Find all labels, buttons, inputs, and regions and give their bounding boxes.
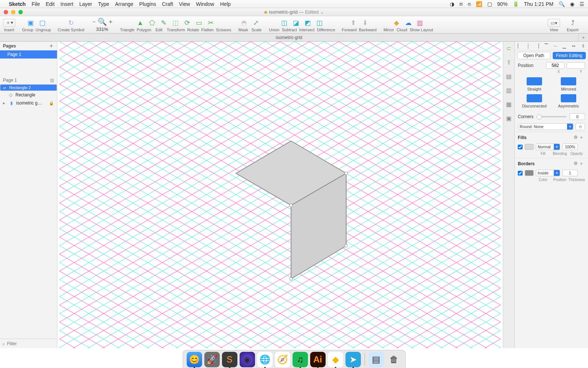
subtract-button[interactable]: ◪ [291,19,301,27]
zoom-out-button[interactable]: － [91,18,97,26]
add-border-button[interactable]: ＋ [579,161,585,166]
new-tab-button[interactable]: ＋ [578,33,588,41]
intersect-button[interactable]: ◩ [303,19,313,27]
cloud-button[interactable]: ☁ [404,19,413,27]
menu-layer[interactable]: Layer [79,1,92,7]
show-layout-button[interactable]: ▥ [415,19,425,27]
canvas[interactable] [57,42,503,348]
wifi-icon[interactable]: 📶 [476,1,482,7]
fill-enabled-checkbox[interactable] [518,145,523,149]
corners-value[interactable]: 0 [570,113,585,120]
polygon-button[interactable]: ⬠ [147,19,157,27]
dock-chrome[interactable]: 🌐 [257,352,273,367]
corners-slider[interactable] [537,116,567,117]
menu-view[interactable]: View [179,1,190,7]
layer-rectangle-2[interactable]: ▱ Rectangle 2 [0,84,57,91]
align-right-icon[interactable]: ▕ [535,43,539,49]
align-left-icon[interactable]: ▏ [518,43,521,49]
expand-arrow-icon[interactable]: ▸ [3,100,7,106]
craft-text-icon[interactable]: ▥ [505,86,513,95]
union-button[interactable]: ◫ [280,19,289,27]
border-position-select[interactable]: Inside▾ [536,170,560,176]
add-fill-button[interactable]: ＋ [579,135,585,140]
point-type-asymmetric[interactable]: Asymmetric [552,94,586,108]
menu-window[interactable]: Window [196,1,214,7]
fill-color-swatch[interactable] [525,144,534,150]
dock-siri[interactable]: ◉ [240,352,255,367]
triangle-button[interactable]: ▲ [136,19,145,27]
align-center-h-icon[interactable]: │ [527,43,530,49]
mirror-button[interactable]: ◆ [392,19,401,27]
craft-image-icon[interactable]: ▣ [505,114,513,123]
menu-type[interactable]: Type [98,1,109,7]
view-button[interactable]: ▭▾ View [548,18,560,32]
dock-trash[interactable]: 🗑 [386,352,402,367]
menu-help[interactable]: Help [220,1,231,7]
finish-editing-button[interactable]: Finish Editing [553,52,586,59]
export-button[interactable]: ⤴ Export [567,18,578,32]
notification-center-icon[interactable]: ☰ [580,1,584,7]
align-bottom-icon[interactable]: ▁ [563,43,566,49]
round-select[interactable]: Round: None▾ [518,123,573,130]
outline-menu-icon[interactable]: ▥ [50,78,54,83]
flatten-button[interactable]: ▭ [194,19,204,27]
group-button[interactable]: ▣ [26,19,35,27]
dock-launchpad[interactable]: 🚀 [204,352,220,367]
dock-sketch[interactable]: ◆ [328,352,343,367]
forward-button[interactable]: ⬆ [348,19,358,27]
point-type-mirrored[interactable]: Mirrored [552,77,586,91]
battery-icon[interactable]: 🔋 [513,1,519,7]
status-app1-icon[interactable]: ◑ [450,1,454,7]
open-path-button[interactable]: Open Path [517,52,551,59]
page-item[interactable]: Page 1 [0,50,57,59]
border-thickness-input[interactable]: 1 [562,170,578,176]
user-icon[interactable]: ◉ [570,1,574,7]
fullscreen-window-button[interactable] [18,10,23,14]
distribute-h-icon[interactable]: ⇔ [572,43,576,49]
document-tab[interactable]: isometric-grid [0,33,578,41]
distribute-v-icon[interactable]: ⇕ [581,43,585,49]
status-app2-icon[interactable]: ⧈ [459,1,463,7]
scale-button[interactable]: ⤢ [251,19,261,27]
edit-button[interactable]: ✎ [159,19,169,27]
airplay-icon[interactable]: ▢ [487,1,492,7]
menu-craft[interactable]: Craft [162,1,173,7]
add-page-button[interactable]: ＋ [49,42,54,49]
borders-settings-icon[interactable]: ⚙ [574,161,579,166]
border-enabled-checkbox[interactable] [518,171,523,176]
menu-insert[interactable]: Insert [61,1,74,7]
border-color-swatch[interactable] [525,170,534,176]
layer-isometric-group[interactable]: ▸ ▮ isometric g… 🔒 [0,99,57,107]
dock-illustrator[interactable]: Ai [310,352,326,367]
transform-button[interactable]: ◫ [171,19,180,27]
craft-logo-icon[interactable]: ⊂ [505,44,513,53]
create-symbol-button[interactable]: ↻ Create Symbol [58,18,85,32]
fill-opacity-input[interactable]: 100% [562,144,578,150]
point-type-straight[interactable]: Straight [517,77,552,91]
scissors-button[interactable]: ✂ [206,19,216,27]
fill-blend-select[interactable]: Normal▾ [536,144,560,150]
dock-telegram[interactable]: ➤ [345,352,361,367]
minimize-window-button[interactable] [11,10,15,14]
craft-upload-icon[interactable]: ⇪ [505,58,513,67]
dock-safari[interactable]: 🧭 [275,352,290,367]
window-modified-indicator[interactable]: — Edited ⌄ [299,9,324,15]
zoom-in-button[interactable]: ＋ [108,18,114,26]
position-y-input[interactable] [567,62,585,69]
dock-finder[interactable]: 😊 [187,352,202,367]
clock[interactable]: Thu 1:21 PM [524,1,553,7]
align-middle-icon[interactable]: ─ [554,43,557,49]
dock-spotify[interactable]: ♫ [293,352,308,367]
app-menu[interactable]: Sketch [9,1,26,7]
bluetooth-icon[interactable]: ⎋ [468,1,471,7]
close-window-button[interactable] [4,10,8,14]
spotlight-icon[interactable]: 🔍 [559,1,565,7]
menu-plugins[interactable]: Plugins [139,1,156,7]
rotate-button[interactable]: ⟳ [183,19,192,27]
lock-icon[interactable]: 🔒 [49,101,54,106]
filter-input[interactable] [7,341,62,346]
zoom-icon[interactable]: 🔍 [98,17,107,26]
align-top-icon[interactable]: ▔ [545,43,548,49]
ungroup-button[interactable]: ▢ [37,19,47,27]
round-options-button[interactable]: ⎋ [576,123,585,130]
